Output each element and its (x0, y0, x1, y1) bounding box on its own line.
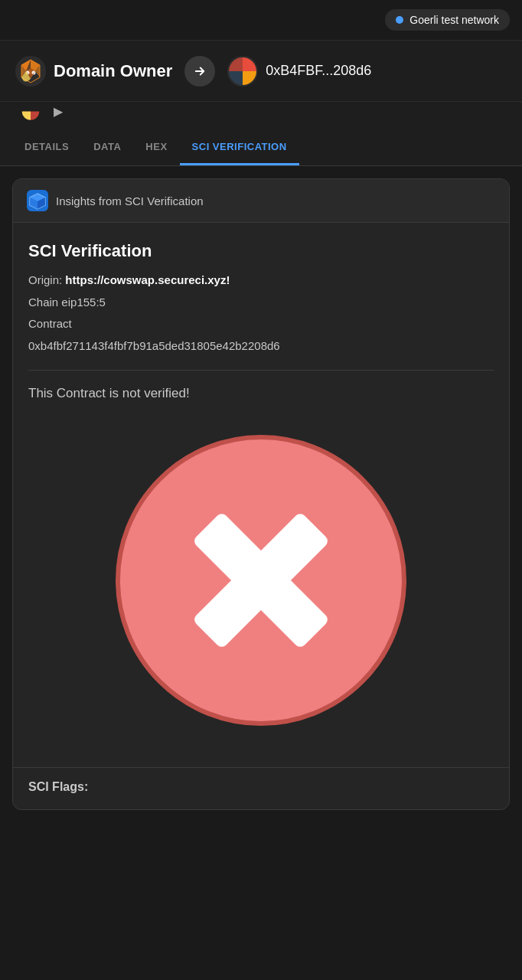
tx-header: Domain Owner 0xB4FBF...208d6 (0, 41, 522, 102)
sci-card-header: Insights from SCI Verification (13, 179, 509, 223)
from-label: Domain Owner (54, 61, 172, 81)
network-label: Goerli test network (409, 14, 499, 26)
sci-origin-prefix: Origin: (28, 273, 65, 286)
from-section: Domain Owner (15, 56, 172, 87)
sci-card-header-label: Insights from SCI Verification (56, 194, 204, 207)
top-bar: Goerli test network (0, 0, 522, 41)
sci-origin-line: Origin: https://cowswap.secureci.xyz! (28, 272, 494, 289)
partial-avatar-row: ▶ (0, 102, 522, 130)
arrow-right-icon (193, 64, 207, 78)
to-address-logo-icon (227, 56, 258, 87)
sci-chain-line: Chain eip155:5 (28, 294, 494, 312)
partial-row-text: ▶ (54, 104, 63, 119)
sci-verification-card: Insights from SCI Verification SCI Verif… (12, 178, 510, 810)
main-content: Insights from SCI Verification SCI Verif… (0, 166, 522, 822)
sci-not-verified-text: This Contract is not verified! (28, 386, 494, 401)
not-verified-visual (28, 420, 494, 749)
to-section: 0xB4FBF...208d6 (227, 56, 371, 87)
tab-hex[interactable]: HEX (133, 130, 179, 165)
x-mark-icon (192, 511, 330, 649)
partial-avatar-icon (15, 102, 46, 121)
sci-cube-icon (27, 190, 48, 211)
sci-contract-label: Contract (28, 315, 494, 333)
network-badge[interactable]: Goerli test network (385, 9, 510, 31)
x-circle-icon (116, 435, 406, 726)
metamask-logo-icon (15, 56, 46, 87)
sci-flags-label: SCI Flags: (28, 780, 88, 793)
sci-flags-section: SCI Flags: (13, 767, 509, 809)
arrow-button[interactable] (184, 56, 215, 87)
tab-details[interactable]: DETAILS (12, 130, 81, 165)
to-address-label: 0xB4FBF...208d6 (266, 63, 371, 79)
sci-origin-url: https://cowswap.secureci.xyz! (65, 273, 230, 286)
tabs-bar: DETAILS DATA HEX SCI VERIFICATION (0, 130, 522, 166)
sci-title: SCI Verification (28, 241, 494, 261)
tab-data[interactable]: DATA (81, 130, 133, 165)
tab-sci-verification[interactable]: SCI VERIFICATION (180, 130, 299, 165)
sci-card-body: SCI Verification Origin: https://cowswap… (13, 223, 509, 767)
sci-contract-address: 0xb4fbf271143f4fbf7b91a5ded31805e42b2208… (28, 338, 494, 355)
network-dot-icon (396, 16, 403, 24)
sci-divider-1 (28, 370, 494, 371)
